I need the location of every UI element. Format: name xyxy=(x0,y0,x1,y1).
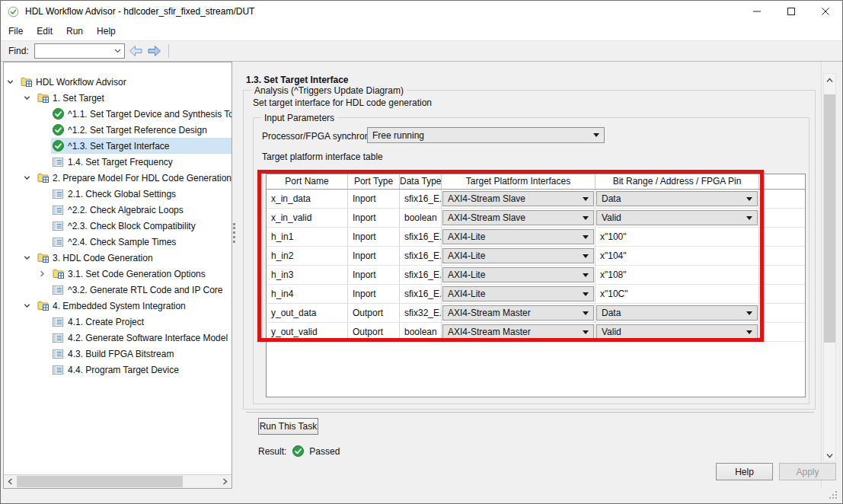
table-row: h_in2Inportsfix16_E...AXI4-Litex"104" xyxy=(267,247,805,266)
apply-button[interactable]: Apply xyxy=(779,463,836,480)
tree-item[interactable]: 1. Set Target xyxy=(4,90,232,106)
task-report-icon xyxy=(53,221,65,231)
bit-range-dropdown[interactable]: Valid xyxy=(596,324,758,340)
find-next-button[interactable] xyxy=(147,45,161,57)
tree-item[interactable]: ^2.2. Check Algebraic Loops xyxy=(4,202,232,218)
scrollbar-thumb[interactable] xyxy=(824,94,835,343)
task-description: Set target interface for HDL code genera… xyxy=(253,97,432,108)
tree-item[interactable]: 1.4. Set Target Frequency xyxy=(4,154,232,170)
bit-range-dropdown[interactable]: Data xyxy=(596,191,758,206)
maximize-button[interactable] xyxy=(774,1,808,22)
task-report-icon xyxy=(53,317,65,327)
interface-dropdown[interactable]: AXI4-Stream Slave xyxy=(442,210,594,225)
hdl-workflow-advisor-window: HDL Workflow Advisor - hdlcoder_sfir_fix… xyxy=(0,0,843,504)
menu-item-file[interactable]: File xyxy=(8,26,23,37)
scroll-up-button[interactable] xyxy=(824,74,835,86)
menu-item-run[interactable]: Run xyxy=(66,26,83,37)
tree-item-label: ^2.4. Check Sample Times xyxy=(68,237,176,247)
tree-item-label: ^2.3. Check Block Compatibility xyxy=(68,221,196,231)
interface-dropdown[interactable]: AXI4-Lite xyxy=(442,248,594,263)
chevron-expanded-icon[interactable] xyxy=(22,170,36,186)
tree-item[interactable]: ^3.2. Generate RTL Code and IP Core xyxy=(4,282,232,298)
data-type-cell: sfix32_E... xyxy=(400,304,442,322)
tree-item[interactable]: 4.3. Build FPGA Bitstream xyxy=(4,346,232,362)
tree-item[interactable]: ^2.3. Check Block Compatibility xyxy=(4,218,232,234)
chevron-collapsed-icon[interactable] xyxy=(37,266,51,282)
chevron-expanded-icon[interactable] xyxy=(22,250,36,266)
chevron-down-icon[interactable] xyxy=(112,49,124,53)
chevron-down-icon xyxy=(583,273,589,277)
panel-vertical-scrollbar[interactable] xyxy=(823,73,836,462)
interface-dropdown[interactable]: AXI4-Lite xyxy=(442,229,594,244)
tree-item-label: 3.1. Set Code Generation Options xyxy=(68,269,206,279)
scrollbar-thumb[interactable] xyxy=(17,476,183,487)
tree-item[interactable]: 4.2. Generate Software Interface Model xyxy=(4,330,232,346)
panel-splitter[interactable] xyxy=(232,62,237,489)
chevron-expanded-icon[interactable] xyxy=(22,298,36,314)
minimize-button[interactable] xyxy=(739,1,774,22)
tree-item[interactable]: 2.1. Check Global Settings xyxy=(4,186,232,202)
tree-item[interactable]: 4.1. Create Project xyxy=(4,314,232,330)
bit-range-dropdown[interactable]: Data xyxy=(596,305,758,321)
workflow-tree: HDL Workflow Advisor1. Set Target^1.1. S… xyxy=(4,74,232,378)
tree-item[interactable]: ^1.2. Set Target Reference Design xyxy=(4,122,232,138)
tree-item-label: 4.3. Build FPGA Bitstream xyxy=(68,349,174,359)
find-combobox[interactable] xyxy=(34,43,125,59)
apply-button-label: Apply xyxy=(796,467,819,477)
bit-range-dropdown[interactable]: Valid xyxy=(596,210,758,225)
resize-grip-icon[interactable] xyxy=(829,491,837,499)
interface-dropdown[interactable]: AXI4-Lite xyxy=(442,286,594,301)
bit-range-dropdown-value: Valid xyxy=(602,327,746,337)
tree-item[interactable]: 4.4. Program Target Device xyxy=(4,362,232,378)
sync-dropdown-value: Free running xyxy=(372,130,593,141)
arrow-left-icon xyxy=(129,45,143,57)
find-input[interactable] xyxy=(35,45,112,57)
tree-item[interactable]: 2. Prepare Model For HDL Code Generation xyxy=(4,170,232,186)
tree-item[interactable]: ^1.3. Set Target Interface xyxy=(4,138,232,154)
interface-dropdown-value: AXI4-Lite xyxy=(448,270,583,280)
tree-item[interactable]: 4. Embedded System Integration xyxy=(4,298,232,314)
tree-item[interactable]: 3.1. Set Code Generation Options xyxy=(4,266,232,282)
scroll-left-button[interactable] xyxy=(4,475,17,488)
find-previous-button[interactable] xyxy=(129,45,143,57)
scroll-right-button[interactable] xyxy=(219,475,232,488)
scroll-down-button[interactable] xyxy=(824,449,835,461)
tree-item[interactable]: HDL Workflow Advisor xyxy=(4,74,232,90)
interface-dropdown-value: AXI4-Lite xyxy=(448,289,583,299)
chevron-down-icon xyxy=(583,330,589,334)
run-this-task-button[interactable]: Run This Task xyxy=(258,418,318,435)
arrow-right-icon xyxy=(147,45,161,57)
port-name-cell: x_in_data xyxy=(267,190,348,208)
tree-horizontal-scrollbar[interactable] xyxy=(4,474,232,488)
interface-dropdown[interactable]: AXI4-Stream Slave xyxy=(442,191,594,206)
interface-dropdown[interactable]: AXI4-Stream Master xyxy=(442,324,594,340)
task-report-icon xyxy=(53,189,65,199)
table-row: x_in_validInportbooleanAXI4-Stream Slave… xyxy=(267,209,805,228)
table-header-row: Port NamePort TypeData TypeTarget Platfo… xyxy=(267,174,805,190)
port-type-cell: Inport xyxy=(348,266,400,284)
tree-item-label: ^2.2. Check Algebraic Loops xyxy=(68,205,184,215)
data-type-cell: sfix16_E... xyxy=(400,247,442,265)
close-button[interactable] xyxy=(808,1,842,22)
result-value: Passed xyxy=(309,446,340,457)
port-type-cell: Inport xyxy=(348,285,400,303)
sync-dropdown[interactable]: Free running xyxy=(367,127,605,143)
tree-item[interactable]: 3. HDL Code Generation xyxy=(4,250,232,266)
tree-item[interactable]: ^2.4. Check Sample Times xyxy=(4,234,232,250)
tree-item[interactable]: ^1.1. Set Target Device and Synthesis To… xyxy=(4,106,232,122)
folder-icon xyxy=(37,93,50,103)
app-check-icon xyxy=(8,6,19,18)
chevron-down-icon xyxy=(593,133,599,137)
interface-dropdown[interactable]: AXI4-Lite xyxy=(442,267,594,282)
menu-item-edit[interactable]: Edit xyxy=(37,26,53,37)
menu-item-help[interactable]: Help xyxy=(97,26,116,37)
title-bar: HDL Workflow Advisor - hdlcoder_sfir_fix… xyxy=(1,1,842,22)
tree-item-label: ^1.2. Set Target Reference Design xyxy=(68,125,207,136)
chevron-expanded-icon[interactable] xyxy=(22,90,36,106)
chevron-down-icon xyxy=(746,216,752,220)
help-button[interactable]: Help xyxy=(716,463,773,480)
chevron-expanded-icon[interactable] xyxy=(5,74,19,90)
interface-dropdown[interactable]: AXI4-Stream Master xyxy=(442,305,594,321)
result-row: Result: Passed xyxy=(258,445,340,457)
interface-dropdown-value: AXI4-Lite xyxy=(448,250,583,261)
